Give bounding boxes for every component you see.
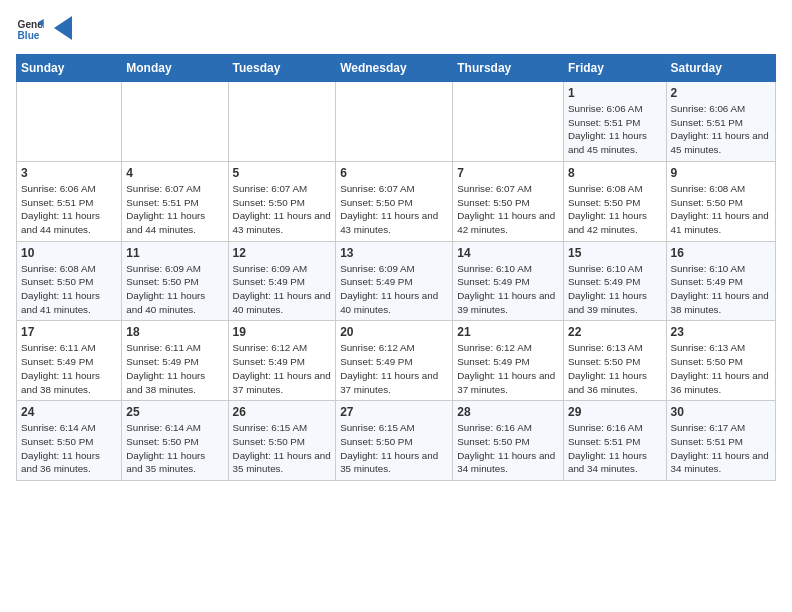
day-number: 12 (233, 246, 332, 260)
day-number: 1 (568, 86, 662, 100)
day-info: Sunrise: 6:07 AM Sunset: 5:50 PM Dayligh… (340, 182, 448, 237)
col-header-thursday: Thursday (453, 55, 564, 82)
day-number: 23 (671, 325, 771, 339)
day-number: 7 (457, 166, 559, 180)
calendar-cell: 9Sunrise: 6:08 AM Sunset: 5:50 PM Daylig… (666, 161, 775, 241)
day-number: 30 (671, 405, 771, 419)
day-number: 20 (340, 325, 448, 339)
day-info: Sunrise: 6:11 AM Sunset: 5:49 PM Dayligh… (126, 341, 223, 396)
calendar-table: SundayMondayTuesdayWednesdayThursdayFrid… (16, 54, 776, 481)
calendar-cell (122, 82, 228, 162)
day-info: Sunrise: 6:09 AM Sunset: 5:49 PM Dayligh… (340, 262, 448, 317)
day-info: Sunrise: 6:12 AM Sunset: 5:49 PM Dayligh… (233, 341, 332, 396)
calendar-cell: 20Sunrise: 6:12 AM Sunset: 5:49 PM Dayli… (336, 321, 453, 401)
day-number: 24 (21, 405, 117, 419)
day-number: 17 (21, 325, 117, 339)
day-number: 22 (568, 325, 662, 339)
day-number: 6 (340, 166, 448, 180)
day-number: 13 (340, 246, 448, 260)
col-header-sunday: Sunday (17, 55, 122, 82)
day-info: Sunrise: 6:16 AM Sunset: 5:50 PM Dayligh… (457, 421, 559, 476)
calendar-cell: 18Sunrise: 6:11 AM Sunset: 5:49 PM Dayli… (122, 321, 228, 401)
day-number: 8 (568, 166, 662, 180)
calendar-cell (17, 82, 122, 162)
day-info: Sunrise: 6:06 AM Sunset: 5:51 PM Dayligh… (21, 182, 117, 237)
calendar-cell: 6Sunrise: 6:07 AM Sunset: 5:50 PM Daylig… (336, 161, 453, 241)
calendar-cell: 13Sunrise: 6:09 AM Sunset: 5:49 PM Dayli… (336, 241, 453, 321)
day-number: 16 (671, 246, 771, 260)
calendar-week-row: 10Sunrise: 6:08 AM Sunset: 5:50 PM Dayli… (17, 241, 776, 321)
calendar-cell: 14Sunrise: 6:10 AM Sunset: 5:49 PM Dayli… (453, 241, 564, 321)
col-header-tuesday: Tuesday (228, 55, 336, 82)
day-number: 4 (126, 166, 223, 180)
calendar-cell: 10Sunrise: 6:08 AM Sunset: 5:50 PM Dayli… (17, 241, 122, 321)
calendar-cell: 26Sunrise: 6:15 AM Sunset: 5:50 PM Dayli… (228, 401, 336, 481)
day-number: 9 (671, 166, 771, 180)
day-number: 3 (21, 166, 117, 180)
day-number: 18 (126, 325, 223, 339)
calendar-cell: 5Sunrise: 6:07 AM Sunset: 5:50 PM Daylig… (228, 161, 336, 241)
svg-text:Blue: Blue (18, 30, 40, 41)
day-info: Sunrise: 6:06 AM Sunset: 5:51 PM Dayligh… (671, 102, 771, 157)
calendar-cell: 30Sunrise: 6:17 AM Sunset: 5:51 PM Dayli… (666, 401, 775, 481)
day-number: 21 (457, 325, 559, 339)
day-number: 11 (126, 246, 223, 260)
calendar-cell: 3Sunrise: 6:06 AM Sunset: 5:51 PM Daylig… (17, 161, 122, 241)
day-info: Sunrise: 6:15 AM Sunset: 5:50 PM Dayligh… (340, 421, 448, 476)
day-info: Sunrise: 6:07 AM Sunset: 5:50 PM Dayligh… (457, 182, 559, 237)
day-info: Sunrise: 6:08 AM Sunset: 5:50 PM Dayligh… (21, 262, 117, 317)
day-info: Sunrise: 6:10 AM Sunset: 5:49 PM Dayligh… (671, 262, 771, 317)
day-info: Sunrise: 6:14 AM Sunset: 5:50 PM Dayligh… (126, 421, 223, 476)
day-number: 26 (233, 405, 332, 419)
day-info: Sunrise: 6:13 AM Sunset: 5:50 PM Dayligh… (671, 341, 771, 396)
col-header-friday: Friday (563, 55, 666, 82)
calendar-cell: 12Sunrise: 6:09 AM Sunset: 5:49 PM Dayli… (228, 241, 336, 321)
calendar-cell: 29Sunrise: 6:16 AM Sunset: 5:51 PM Dayli… (563, 401, 666, 481)
col-header-monday: Monday (122, 55, 228, 82)
day-info: Sunrise: 6:12 AM Sunset: 5:49 PM Dayligh… (340, 341, 448, 396)
calendar-cell: 25Sunrise: 6:14 AM Sunset: 5:50 PM Dayli… (122, 401, 228, 481)
day-info: Sunrise: 6:17 AM Sunset: 5:51 PM Dayligh… (671, 421, 771, 476)
calendar-cell: 16Sunrise: 6:10 AM Sunset: 5:49 PM Dayli… (666, 241, 775, 321)
day-info: Sunrise: 6:10 AM Sunset: 5:49 PM Dayligh… (568, 262, 662, 317)
calendar-cell: 22Sunrise: 6:13 AM Sunset: 5:50 PM Dayli… (563, 321, 666, 401)
day-number: 15 (568, 246, 662, 260)
calendar-cell: 7Sunrise: 6:07 AM Sunset: 5:50 PM Daylig… (453, 161, 564, 241)
calendar-cell: 8Sunrise: 6:08 AM Sunset: 5:50 PM Daylig… (563, 161, 666, 241)
svg-marker-3 (54, 16, 72, 40)
day-info: Sunrise: 6:16 AM Sunset: 5:51 PM Dayligh… (568, 421, 662, 476)
calendar-cell (453, 82, 564, 162)
calendar-cell: 24Sunrise: 6:14 AM Sunset: 5:50 PM Dayli… (17, 401, 122, 481)
calendar-week-row: 17Sunrise: 6:11 AM Sunset: 5:49 PM Dayli… (17, 321, 776, 401)
day-number: 25 (126, 405, 223, 419)
day-number: 28 (457, 405, 559, 419)
calendar-header-row: SundayMondayTuesdayWednesdayThursdayFrid… (17, 55, 776, 82)
day-number: 27 (340, 405, 448, 419)
calendar-week-row: 1Sunrise: 6:06 AM Sunset: 5:51 PM Daylig… (17, 82, 776, 162)
day-info: Sunrise: 6:12 AM Sunset: 5:49 PM Dayligh… (457, 341, 559, 396)
day-info: Sunrise: 6:08 AM Sunset: 5:50 PM Dayligh… (671, 182, 771, 237)
day-info: Sunrise: 6:15 AM Sunset: 5:50 PM Dayligh… (233, 421, 332, 476)
svg-text:General: General (18, 19, 44, 30)
day-info: Sunrise: 6:10 AM Sunset: 5:49 PM Dayligh… (457, 262, 559, 317)
calendar-cell: 11Sunrise: 6:09 AM Sunset: 5:50 PM Dayli… (122, 241, 228, 321)
calendar-cell: 19Sunrise: 6:12 AM Sunset: 5:49 PM Dayli… (228, 321, 336, 401)
calendar-cell: 28Sunrise: 6:16 AM Sunset: 5:50 PM Dayli… (453, 401, 564, 481)
day-info: Sunrise: 6:08 AM Sunset: 5:50 PM Dayligh… (568, 182, 662, 237)
col-header-saturday: Saturday (666, 55, 775, 82)
calendar-week-row: 24Sunrise: 6:14 AM Sunset: 5:50 PM Dayli… (17, 401, 776, 481)
calendar-cell (228, 82, 336, 162)
day-number: 29 (568, 405, 662, 419)
calendar-cell: 17Sunrise: 6:11 AM Sunset: 5:49 PM Dayli… (17, 321, 122, 401)
calendar-cell: 15Sunrise: 6:10 AM Sunset: 5:49 PM Dayli… (563, 241, 666, 321)
day-number: 2 (671, 86, 771, 100)
calendar-cell: 1Sunrise: 6:06 AM Sunset: 5:51 PM Daylig… (563, 82, 666, 162)
day-info: Sunrise: 6:09 AM Sunset: 5:49 PM Dayligh… (233, 262, 332, 317)
day-info: Sunrise: 6:13 AM Sunset: 5:50 PM Dayligh… (568, 341, 662, 396)
day-number: 19 (233, 325, 332, 339)
day-info: Sunrise: 6:09 AM Sunset: 5:50 PM Dayligh… (126, 262, 223, 317)
day-info: Sunrise: 6:06 AM Sunset: 5:51 PM Dayligh… (568, 102, 662, 157)
day-number: 14 (457, 246, 559, 260)
calendar-week-row: 3Sunrise: 6:06 AM Sunset: 5:51 PM Daylig… (17, 161, 776, 241)
calendar-cell: 2Sunrise: 6:06 AM Sunset: 5:51 PM Daylig… (666, 82, 775, 162)
